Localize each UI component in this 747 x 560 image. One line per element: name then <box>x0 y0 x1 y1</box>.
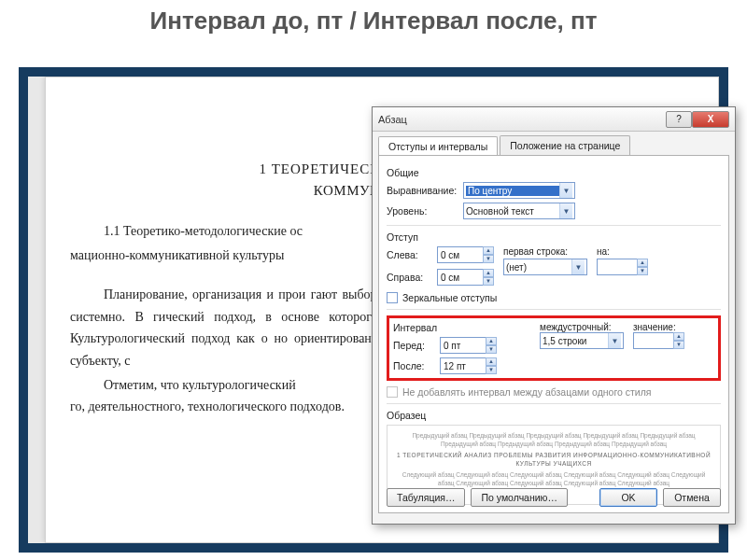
spin-down-icon[interactable]: ▼ <box>483 277 494 286</box>
spin-down-icon[interactable]: ▼ <box>673 341 684 349</box>
spin-up-icon[interactable]: ▲ <box>483 269 494 277</box>
dialog-titlebar[interactable]: Абзац ? X <box>373 107 735 132</box>
tab-strip: Отступы и интервалы Положение на страниц… <box>373 132 735 155</box>
spacing-before-value: 0 пт <box>440 337 486 354</box>
outline-level-combo[interactable]: Основной текст ▼ <box>463 203 575 219</box>
indent-by-spinner[interactable]: ▲▼ <box>597 259 648 275</box>
first-line-combo[interactable]: (нет) ▼ <box>503 259 587 275</box>
spacing-after-label: После: <box>393 360 436 371</box>
alignment-combo[interactable]: По центру ▼ <box>463 182 575 199</box>
spacing-before-spinner[interactable]: 0 пт ▲▼ <box>440 337 497 354</box>
spin-down-icon[interactable]: ▼ <box>486 345 497 354</box>
paragraph-dialog: Абзац ? X Отступы и интервалы Положение … <box>372 106 736 525</box>
indent-left-spinner[interactable]: 0 см ▲▼ <box>437 246 494 263</box>
preview-sample-text: 1 ТЕОРЕТИЧЕСКИЙ АНАЛИЗ ПРОБЛЕМЫ РАЗВИТИЯ… <box>395 451 712 468</box>
indent-right-label: Справа: <box>387 272 433 283</box>
close-button[interactable]: X <box>692 111 729 128</box>
cancel-button[interactable]: Отмена <box>663 488 721 507</box>
spin-down-icon[interactable]: ▼ <box>486 366 497 374</box>
tab-panel: Общие Выравнивание: По центру ▼ Уровень:… <box>378 155 729 513</box>
spin-up-icon[interactable]: ▲ <box>637 259 648 267</box>
first-line-label: первая строка: <box>503 246 587 257</box>
tabs-button[interactable]: Табуляция… <box>387 488 465 507</box>
line-at-value <box>633 332 674 349</box>
line-at-label: значение: <box>633 322 684 332</box>
mirror-indents-checkbox[interactable]: Зеркальные отступы <box>387 292 721 303</box>
chevron-down-icon: ▼ <box>571 259 585 274</box>
chevron-down-icon: ▼ <box>559 203 572 218</box>
alignment-label: Выравнивание: <box>387 185 459 196</box>
spin-up-icon[interactable]: ▲ <box>486 337 497 345</box>
no-space-same-style-checkbox[interactable]: Не добавлять интервал между абзацами одн… <box>387 386 721 398</box>
mirror-indents-label: Зеркальные отступы <box>402 292 497 303</box>
line-spacing-value: 1,5 строки <box>543 336 608 346</box>
indent-left-label: Слева: <box>387 249 433 260</box>
alignment-value: По центру <box>466 186 559 196</box>
spacing-after-value: 12 пт <box>440 357 486 374</box>
line-spacing-combo[interactable]: 1,5 строки ▼ <box>540 332 624 349</box>
help-button[interactable]: ? <box>666 111 692 128</box>
tab-indents-spacing[interactable]: Отступы и интервалы <box>378 136 498 156</box>
indent-right-value: 0 см <box>437 269 484 286</box>
group-preview-title: Образец <box>387 410 721 421</box>
spin-down-icon[interactable]: ▼ <box>483 255 494 263</box>
spin-down-icon[interactable]: ▼ <box>637 267 648 275</box>
group-indent-title: Отступ <box>387 231 721 243</box>
indent-by-label: на: <box>597 246 648 257</box>
spin-up-icon[interactable]: ▲ <box>673 332 684 341</box>
default-button[interactable]: По умолчанию… <box>471 488 568 507</box>
preview-prev-text: Предыдущий абзац Предыдущий абзац Предыд… <box>395 431 712 448</box>
spacing-before-label: Перед: <box>393 340 436 351</box>
indent-right-spinner[interactable]: 0 см ▲▼ <box>437 269 494 286</box>
indent-by-value <box>597 259 638 275</box>
ok-button[interactable]: OK <box>599 488 657 507</box>
line-at-spinner[interactable]: ▲▼ <box>633 332 684 349</box>
outline-level-value: Основной текст <box>466 206 559 217</box>
spin-up-icon[interactable]: ▲ <box>486 357 497 366</box>
spin-up-icon[interactable]: ▲ <box>483 246 494 255</box>
outline-level-label: Уровень: <box>387 205 459 217</box>
line-spacing-label: междустрочный: <box>540 322 624 332</box>
slide-title: Интервал до, пт / Интервал после, пт <box>0 0 747 37</box>
no-space-same-style-label: Не добавлять интервал между абзацами одн… <box>402 386 652 398</box>
chevron-down-icon: ▼ <box>559 183 572 198</box>
indent-left-value: 0 см <box>437 246 484 263</box>
preview-next-text: Следующий абзац Следующий абзац Следующи… <box>395 470 712 487</box>
checkbox-icon <box>387 292 398 303</box>
dialog-title: Абзац <box>378 114 666 125</box>
tab-page-position[interactable]: Положение на странице <box>500 135 630 155</box>
chevron-down-icon: ▼ <box>608 333 621 348</box>
spacing-after-spinner[interactable]: 12 пт ▲▼ <box>440 357 497 374</box>
checkbox-icon <box>387 386 398 398</box>
first-line-value: (нет) <box>506 262 571 273</box>
group-general-title: Общие <box>387 167 721 178</box>
